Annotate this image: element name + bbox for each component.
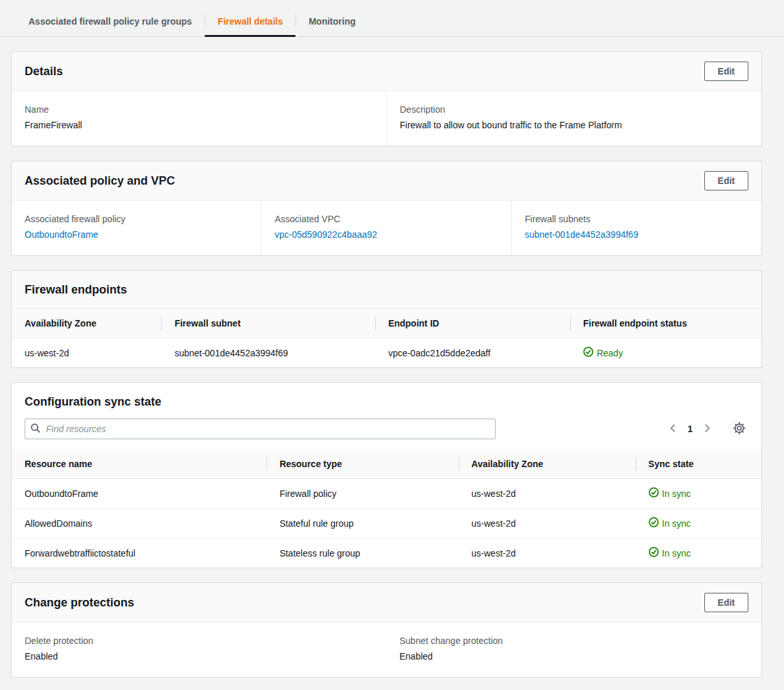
sync-state-cell: In sync bbox=[636, 538, 761, 568]
subnet-change-protection-field: Subnet change protection Enabled bbox=[400, 636, 749, 661]
tab-associated-rule-groups[interactable]: Associated firewall policy rule groups bbox=[16, 6, 205, 37]
associated-policy-vpc-edit-button[interactable]: Edit bbox=[704, 171, 748, 190]
endpoint-az-cell: us-west-2d bbox=[12, 338, 161, 368]
associated-policy-vpc-title: Associated policy and VPC bbox=[25, 174, 175, 188]
description-label: Description bbox=[400, 104, 748, 115]
search-icon bbox=[30, 423, 41, 435]
status-text: Ready bbox=[597, 348, 623, 358]
availability-zone-cell: us-west-2d bbox=[459, 538, 636, 568]
status-ready: Ready bbox=[583, 347, 623, 359]
col-firewall-subnet: Firewall subnet bbox=[161, 309, 375, 338]
delete-protection-value: Enabled bbox=[25, 651, 374, 661]
sync-row-alloweddomains: AllowedDomains Stateful rule group us-we… bbox=[12, 509, 761, 538]
associated-policy-vpc-body: Associated firewall policy OutboundtoFra… bbox=[12, 201, 761, 255]
details-title: Details bbox=[25, 65, 63, 78]
associated-vpc-label: Associated VPC bbox=[275, 214, 498, 224]
col-resource-name: Resource name bbox=[12, 450, 266, 479]
details-edit-button[interactable]: Edit bbox=[704, 62, 748, 81]
details-name-column: Name FrameFirewall bbox=[12, 91, 386, 146]
description-field: Description Firewall to allow out bound … bbox=[400, 104, 748, 130]
availability-zone-cell: us-west-2d bbox=[459, 479, 636, 509]
col-sync-state: Sync state bbox=[636, 450, 761, 479]
resource-search-box bbox=[25, 419, 496, 439]
tab-monitoring[interactable]: Monitoring bbox=[295, 6, 368, 37]
sync-state-cell: In sync bbox=[636, 479, 761, 509]
details-description-column: Description Firewall to allow out bound … bbox=[386, 91, 761, 146]
subnet-change-protection-label: Subnet change protection bbox=[400, 636, 749, 646]
firewall-policy-field: Associated firewall policy OutboundtoFra… bbox=[25, 214, 248, 240]
associated-vpc-column: Associated VPC vpc-05d590922c4baaa92 bbox=[261, 201, 511, 255]
firewall-endpoints-card: Firewall endpoints Availability Zone Fir… bbox=[11, 270, 762, 368]
availability-zone-cell: us-west-2d bbox=[459, 509, 636, 538]
firewall-policy-column: Associated firewall policy OutboundtoFra… bbox=[12, 201, 261, 255]
firewall-subnets-label: Firewall subnets bbox=[525, 214, 748, 224]
change-protections-body: Delete protection Enabled Subnet change … bbox=[12, 623, 761, 677]
firewall-subnet-link[interactable]: subnet-001de4452a3994f69 bbox=[525, 229, 638, 240]
delete-protection-label: Delete protection bbox=[25, 636, 374, 646]
associated-vpc-field: Associated VPC vpc-05d590922c4baaa92 bbox=[275, 214, 498, 240]
table-settings-button[interactable] bbox=[730, 419, 748, 439]
col-endpoint-id: Endpoint ID bbox=[375, 309, 570, 338]
chevron-right-icon bbox=[702, 423, 712, 435]
delete-protection-column: Delete protection Enabled bbox=[12, 623, 387, 677]
details-card-header: Details Edit bbox=[12, 52, 761, 91]
name-value: FrameFirewall bbox=[25, 120, 373, 130]
sync-state-cell: In sync bbox=[636, 509, 761, 538]
subnet-change-protection-value: Enabled bbox=[400, 651, 749, 661]
resource-name-cell: AllowedDomains bbox=[12, 509, 266, 538]
chevron-left-icon bbox=[668, 423, 678, 435]
tabs-bar: Associated firewall policy rule groups F… bbox=[0, 6, 784, 37]
sync-row-forwardwebtraffic: Forwardwebtraffiictostateful Stateless r… bbox=[12, 538, 761, 568]
configuration-sync-title: Configuration sync state bbox=[25, 395, 748, 409]
sync-header-row: Resource name Resource type Availability… bbox=[12, 450, 761, 479]
check-circle-icon bbox=[583, 347, 594, 359]
resource-type-cell: Firewall policy bbox=[266, 479, 458, 509]
subnet-change-protection-column: Subnet change protection Enabled bbox=[387, 623, 762, 677]
status-in-sync: In sync bbox=[649, 487, 691, 500]
endpoint-status-cell: Ready bbox=[570, 338, 761, 368]
check-circle-icon bbox=[649, 487, 659, 500]
endpoint-subnet-cell: subnet-001de4452a3994f69 bbox=[161, 338, 375, 368]
configuration-sync-toolbar: 1 bbox=[12, 409, 761, 450]
resource-type-cell: Stateful rule group bbox=[266, 509, 458, 538]
check-circle-icon bbox=[649, 547, 659, 559]
current-page-number[interactable]: 1 bbox=[687, 424, 693, 434]
previous-page-button[interactable] bbox=[665, 420, 681, 438]
change-protections-header: Change protections Edit bbox=[12, 583, 761, 623]
col-availability-zone: Availability Zone bbox=[459, 450, 636, 479]
change-protections-card: Change protections Edit Delete protectio… bbox=[11, 582, 762, 678]
firewall-endpoints-title: Firewall endpoints bbox=[25, 283, 127, 297]
status-text: In sync bbox=[662, 548, 691, 558]
resource-name-cell: Forwardwebtraffiictostateful bbox=[12, 538, 266, 568]
status-text: In sync bbox=[662, 518, 691, 529]
pagination: 1 bbox=[665, 419, 748, 439]
endpoints-header-row: Availability Zone Firewall subnet Endpoi… bbox=[12, 309, 761, 338]
name-field: Name FrameFirewall bbox=[25, 104, 373, 130]
change-protections-edit-button[interactable]: Edit bbox=[704, 593, 748, 612]
find-resources-input[interactable] bbox=[25, 419, 496, 439]
configuration-sync-table: Resource name Resource type Availability… bbox=[12, 450, 761, 568]
description-value: Firewall to allow out bound traffic to t… bbox=[400, 120, 748, 130]
col-endpoint-status: Firewall endpoint status bbox=[570, 309, 761, 338]
firewall-endpoints-table: Availability Zone Firewall subnet Endpoi… bbox=[12, 309, 761, 367]
resource-type-cell: Stateless rule group bbox=[266, 538, 458, 568]
associated-policy-vpc-card: Associated policy and VPC Edit Associate… bbox=[11, 161, 762, 256]
details-body: Name FrameFirewall Description Firewall … bbox=[12, 91, 761, 146]
next-page-button[interactable] bbox=[699, 420, 715, 438]
endpoint-row: us-west-2d subnet-001de4452a3994f69 vpce… bbox=[12, 338, 761, 368]
details-card: Details Edit Name FrameFirewall Descript… bbox=[11, 51, 762, 146]
gear-icon bbox=[733, 422, 746, 437]
name-label: Name bbox=[25, 104, 373, 115]
status-text: In sync bbox=[662, 489, 691, 499]
col-availability-zone: Availability Zone bbox=[12, 309, 161, 338]
resource-name-cell: OutboundtoFrame bbox=[12, 479, 266, 509]
firewall-endpoints-header: Firewall endpoints bbox=[12, 271, 761, 309]
sync-row-outboundtoframe: OutboundtoFrame Firewall policy us-west-… bbox=[12, 479, 761, 509]
status-in-sync: In sync bbox=[649, 517, 691, 529]
associated-vpc-link[interactable]: vpc-05d590922c4baaa92 bbox=[275, 229, 377, 240]
associated-policy-vpc-header: Associated policy and VPC Edit bbox=[12, 161, 761, 201]
tab-firewall-details[interactable]: Firewall details bbox=[205, 6, 295, 37]
firewall-policy-link[interactable]: OutboundtoFrame bbox=[25, 229, 98, 240]
firewall-subnets-column: Firewall subnets subnet-001de4452a3994f6… bbox=[511, 201, 761, 255]
configuration-sync-head: Configuration sync state bbox=[12, 383, 761, 409]
